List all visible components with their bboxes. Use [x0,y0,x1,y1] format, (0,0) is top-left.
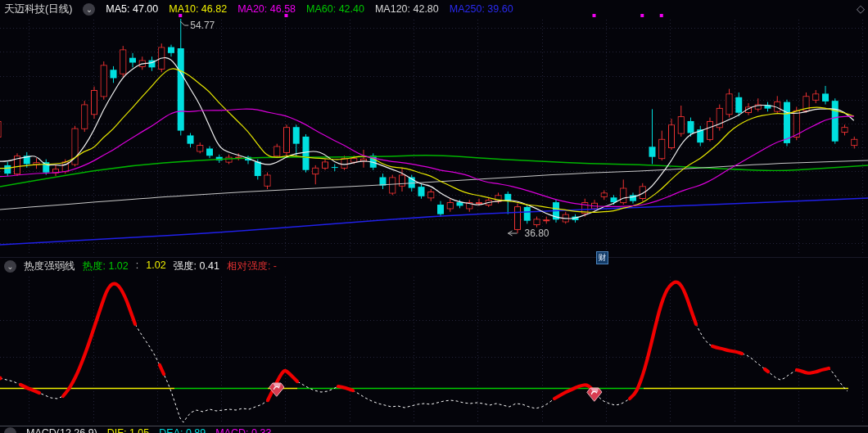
indicator-value-3: 强度: 0.41 [174,259,219,273]
kline-and-indicator-canvas[interactable] [0,0,868,433]
clipped-value-0: MACD(12,26,9) [26,427,97,433]
low-price-annotation: 36.80 [525,228,549,239]
ma-label-0: MA5: 47.00 [106,3,158,15]
collapse-indicator-icon[interactable]: ⌄ [4,260,16,273]
indicator-value-1: : [136,259,138,273]
ma-label-1: MA10: 46.82 [169,3,227,15]
indicator-value-list: 热度: 1.02:1.02强度: 0.41相对强度: - [83,259,278,273]
chevron-down-icon: ⌄ [7,260,13,273]
indicator-value-2: 1.02 [146,259,165,273]
indicator-value-4: 相对强度: - [227,259,277,273]
indicator-header: ⌄ 热度强弱线 热度: 1.02:1.02强度: 0.41相对强度: - [0,259,868,274]
trading-app-screen: { "topbar": { "stock_title": "天迈科技(日线)",… [0,0,868,433]
stock-title: 天迈科技(日线) [4,2,72,16]
high-price-annotation: 54.77 [190,20,215,31]
clipped-indicator-row: ⌄ MACD(12,26,9)DIF: 1.05DEA: 0.89MACD: 0… [0,427,868,433]
chevron-down-icon: ⌄ [86,3,93,16]
main-chart-header: 天迈科技(日线) ⌄ MA5: 47.00MA10: 46.82MA20: 46… [0,0,868,18]
indicator-value-0: 热度: 1.02 [83,259,129,273]
ma-label-5: MA250: 39.60 [450,3,513,15]
ma-label-4: MA120: 42.80 [375,3,439,15]
clipped-value-1: DIF: 1.05 [107,427,149,433]
ma-label-list: MA5: 47.00MA10: 46.82MA20: 46.58MA60: 42… [106,3,513,15]
chevron-down-icon: ⌄ [7,427,13,433]
clipped-value-3: MACD: 0.33 [215,427,271,433]
corner-diamond-icon[interactable]: ◇ [857,2,865,15]
collapse-clipped-icon[interactable]: ⌄ [4,427,16,433]
ma-label-2: MA20: 46.58 [237,3,296,15]
clipped-value-list: MACD(12,26,9)DIF: 1.05DEA: 0.89MACD: 0.3… [26,427,271,433]
ma-label-3: MA60: 42.40 [306,3,364,15]
collapse-main-icon[interactable]: ⌄ [83,3,95,16]
indicator-title: 热度强弱线 [24,259,75,273]
clipped-value-2: DEA: 0.89 [159,427,206,433]
